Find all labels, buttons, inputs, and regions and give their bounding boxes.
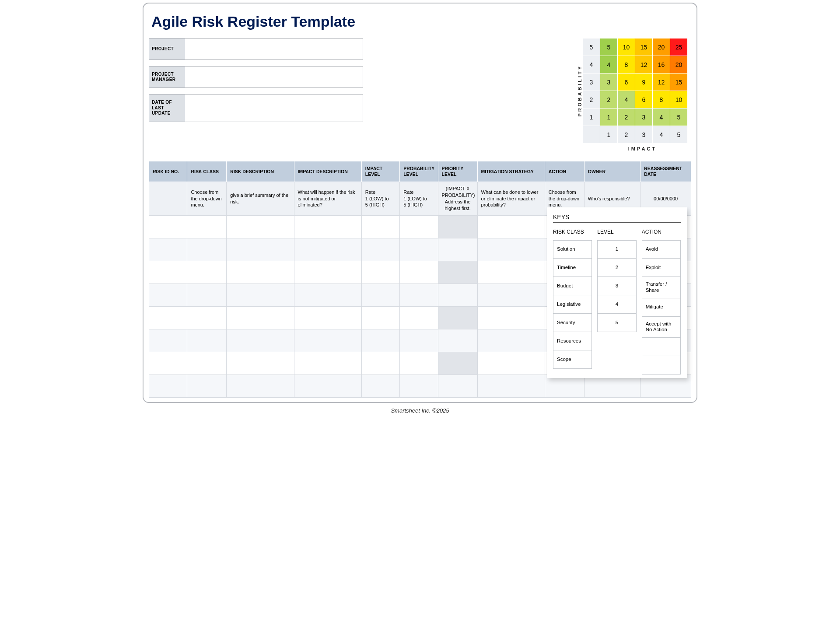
data-cell[interactable] (187, 238, 227, 261)
data-cell[interactable] (227, 329, 294, 352)
matrix-col-header: 4 (653, 126, 670, 144)
data-cell[interactable] (149, 329, 187, 352)
col-header: ACTION (545, 161, 584, 182)
data-cell[interactable] (361, 238, 399, 261)
data-cell[interactable] (477, 329, 545, 352)
data-cell[interactable] (438, 329, 477, 352)
data-cell[interactable] (227, 352, 294, 374)
field-project: PROJECT (149, 38, 363, 60)
matrix-col-header: 1 (600, 126, 618, 144)
matrix-cell: 2 (618, 108, 635, 126)
data-cell[interactable] (294, 352, 361, 374)
data-cell[interactable] (361, 352, 399, 374)
data-cell[interactable] (227, 306, 294, 329)
data-cell[interactable] (438, 374, 477, 397)
data-cell[interactable] (477, 306, 545, 329)
hint-cell: give a brief summary of the risk. (227, 182, 294, 215)
data-cell[interactable] (361, 374, 399, 397)
data-cell[interactable] (187, 374, 227, 397)
matrix-cell: 20 (670, 56, 688, 74)
data-cell[interactable] (477, 352, 545, 374)
meta-fields: PROJECT PROJECT MANAGER DATE OF LAST UPD… (149, 38, 363, 128)
document-frame: Agile Risk Register Template PROJECT PRO… (143, 3, 697, 403)
data-cell[interactable] (294, 261, 361, 284)
data-cell[interactable] (477, 215, 545, 238)
data-cell[interactable] (227, 215, 294, 238)
data-cell[interactable] (294, 238, 361, 261)
matrix-cell: 25 (670, 38, 688, 56)
data-cell[interactable] (400, 306, 438, 329)
keys-item: Accept with No Action (642, 317, 681, 338)
input-project[interactable] (185, 38, 363, 60)
matrix-cell: 20 (653, 38, 670, 56)
data-cell[interactable] (361, 261, 399, 284)
data-cell[interactable] (294, 215, 361, 238)
data-cell[interactable] (400, 352, 438, 374)
matrix-y-axis-label: PROBABILITY (574, 65, 582, 117)
matrix-cell: 4 (618, 91, 635, 108)
data-cell[interactable] (149, 238, 187, 261)
data-cell[interactable] (294, 329, 361, 352)
data-cell[interactable] (294, 374, 361, 397)
data-cell[interactable] (149, 306, 187, 329)
data-cell[interactable] (187, 284, 227, 306)
matrix-cell: 16 (653, 56, 670, 74)
data-cell[interactable] (149, 352, 187, 374)
data-cell[interactable] (294, 306, 361, 329)
footer-text: Smartsheet Inc. ©2025 (143, 407, 697, 414)
data-cell[interactable] (477, 238, 545, 261)
keys-panel: KEYS RISK CLASSSolutionTimelineBudgetLeg… (547, 207, 687, 378)
data-cell[interactable] (400, 284, 438, 306)
data-cell[interactable] (400, 238, 438, 261)
data-cell[interactable] (438, 284, 477, 306)
matrix-cell: 12 (635, 56, 653, 74)
data-cell[interactable] (438, 238, 477, 261)
data-cell[interactable] (361, 306, 399, 329)
data-cell[interactable] (400, 329, 438, 352)
data-cell[interactable] (400, 374, 438, 397)
data-cell[interactable] (438, 306, 477, 329)
data-cell[interactable] (477, 261, 545, 284)
data-cell[interactable] (294, 284, 361, 306)
data-cell[interactable] (400, 261, 438, 284)
data-cell[interactable] (187, 329, 227, 352)
data-cell[interactable] (438, 261, 477, 284)
field-project-manager: PROJECT MANAGER (149, 66, 363, 88)
matrix-row-header: 5 (583, 38, 600, 56)
matrix-row-header: 2 (583, 91, 600, 108)
keys-item: 4 (597, 295, 636, 314)
data-cell[interactable] (477, 374, 545, 397)
data-cell[interactable] (227, 284, 294, 306)
col-header: MITIGATION STRATEGY (477, 161, 545, 182)
col-header: RISK DESCRIPTION (227, 161, 294, 182)
matrix-cell: 5 (600, 38, 618, 56)
matrix-cell: 15 (635, 38, 653, 56)
keys-item: 2 (597, 259, 636, 277)
data-cell[interactable] (438, 352, 477, 374)
data-cell[interactable] (187, 215, 227, 238)
data-cell[interactable] (361, 215, 399, 238)
data-cell[interactable] (149, 374, 187, 397)
input-date-update[interactable] (185, 94, 363, 122)
data-cell[interactable] (477, 284, 545, 306)
data-cell[interactable] (187, 306, 227, 329)
data-cell[interactable] (438, 215, 477, 238)
data-cell[interactable] (227, 238, 294, 261)
data-cell[interactable] (149, 284, 187, 306)
matrix-corner-blank (583, 126, 600, 144)
data-cell[interactable] (187, 352, 227, 374)
data-cell[interactable] (227, 261, 294, 284)
data-cell[interactable] (187, 261, 227, 284)
data-cell[interactable] (149, 215, 187, 238)
hint-cell: (IMPACT X PROBABILITY) Address the highe… (438, 182, 477, 215)
input-project-manager[interactable] (185, 66, 363, 88)
data-cell[interactable] (227, 374, 294, 397)
label-project: PROJECT (149, 38, 185, 60)
data-cell[interactable] (361, 329, 399, 352)
keys-item: Legislative (553, 295, 592, 314)
matrix-row-header: 4 (583, 56, 600, 74)
data-cell[interactable] (400, 215, 438, 238)
data-cell[interactable] (361, 284, 399, 306)
matrix-cell: 8 (618, 56, 635, 74)
data-cell[interactable] (149, 261, 187, 284)
